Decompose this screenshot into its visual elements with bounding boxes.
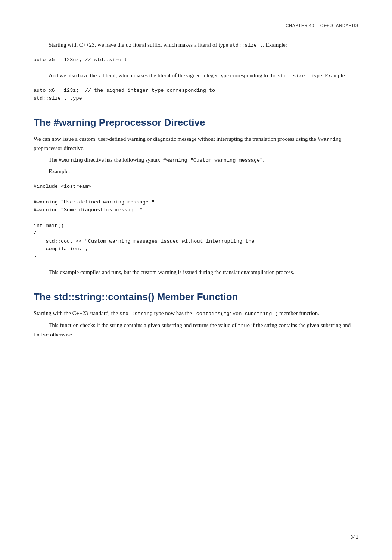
inline-code-uz: uz (125, 43, 131, 48)
chapter-title: C++ STANDARDS (320, 23, 358, 28)
code-block-1: auto x5 = 123uz; // std::size_t (34, 56, 358, 64)
chapter-header: CHAPTER 40 C++ STANDARDS (34, 22, 358, 29)
intro-para-2: And we also have the z literal, which ma… (34, 71, 358, 80)
inline-code-string: std::string (119, 311, 153, 317)
section1-heading: The #warning Preprocessor Directive (34, 117, 358, 128)
page-number: 341 (350, 533, 358, 541)
code-block-3: #include <iostream> #warning "User-defin… (34, 183, 358, 261)
section2-para-2: This function checks if the string conta… (34, 321, 358, 340)
inline-code-warning-2: #warning (59, 158, 83, 163)
inline-code-warning-1: #warning (317, 137, 342, 142)
section1-para-2: The #warning directive has the following… (34, 155, 358, 165)
section2-heading: The std::string::contains() Member Funct… (34, 291, 358, 303)
inline-code-size-t-2: std::size_t (278, 73, 311, 79)
inline-code-contains: .contains("given substring") (193, 311, 278, 317)
section1-example-label: Example: (34, 167, 358, 176)
section2-para-1: Starting with the C++23 standard, the st… (34, 309, 358, 318)
page: CHAPTER 40 C++ STANDARDS Starting with C… (0, 0, 392, 560)
inline-code-size-t-1: std::size_t (230, 43, 263, 48)
inline-code-z: z (98, 73, 101, 79)
section1-para-4: This example compiles and runs, but the … (34, 268, 358, 277)
intro-para-1: Starting with C++23, we have the uz lite… (34, 40, 358, 50)
inline-code-warning-syntax: #warning "Custom warning message" (163, 158, 263, 163)
code-block-2: auto x6 = 123z; // the signed integer ty… (34, 87, 358, 103)
inline-code-false: false (34, 332, 49, 338)
inline-code-true: true (238, 323, 250, 329)
chapter-label: CHAPTER 40 (286, 23, 314, 28)
section1-para-1: We can now issue a custom, user-defined … (34, 134, 358, 153)
